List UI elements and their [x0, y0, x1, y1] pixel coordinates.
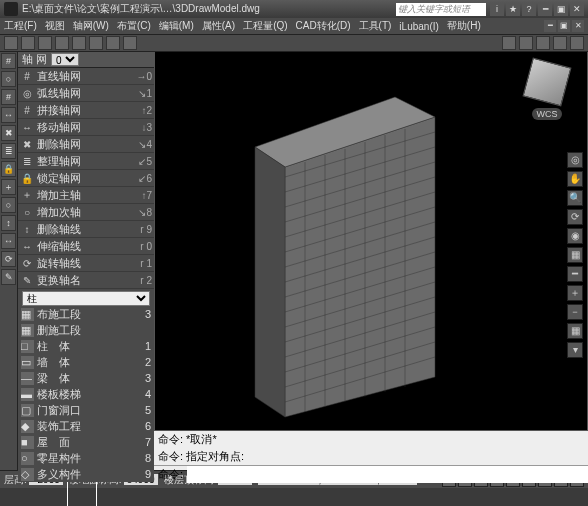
axis-tool-key: ↘1	[134, 88, 152, 99]
plus-icon[interactable]: ＋	[567, 285, 583, 301]
grid-icon[interactable]: ▦	[567, 323, 583, 339]
category-row[interactable]: □柱 体1	[18, 338, 154, 354]
strip-icon[interactable]: ⟳	[1, 251, 16, 267]
category-row[interactable]: —梁 体3	[18, 370, 154, 386]
strip-icon[interactable]: ✖	[1, 125, 16, 141]
wcs-label[interactable]: WCS	[532, 108, 562, 120]
axis-tool-key: ↑7	[134, 190, 152, 201]
star-button[interactable]: ★	[506, 3, 520, 16]
category-row[interactable]: ▢门窗洞口5	[18, 402, 154, 418]
command-input[interactable]	[187, 466, 588, 483]
nav-wheel-icon[interactable]: ◎	[567, 152, 583, 168]
side-header-select[interactable]: 0	[51, 53, 79, 66]
axis-tool-row[interactable]: 🔒锁定轴网↙6	[18, 170, 154, 187]
strip-icon[interactable]: #	[1, 89, 16, 105]
axis-tool-icon: ≣	[20, 154, 34, 168]
menu-axis[interactable]: 轴网(W)	[73, 19, 109, 33]
help-search-input[interactable]: 键入关键字或短语	[396, 3, 486, 16]
category-row[interactable]: ▦删施工段	[18, 322, 154, 338]
drawing-canvas[interactable]: WCS ◎ ✋ 🔍 ⟳ ◉ ▦ ━ ＋ － ▦ ▾	[154, 52, 588, 430]
strip-icon[interactable]: 🔒	[1, 161, 16, 177]
strip-icon[interactable]: ✎	[1, 269, 16, 285]
menu-edit[interactable]: 编辑(M)	[159, 19, 194, 33]
strip-icon[interactable]: #	[1, 53, 16, 69]
close-button[interactable]: ✕	[570, 3, 584, 16]
axis-tool-row[interactable]: ◎弧线轴网↘1	[18, 85, 154, 102]
axis-tool-row[interactable]: ↕删除轴线r 9	[18, 221, 154, 238]
orbit-icon[interactable]: ⟳	[567, 209, 583, 225]
menu-view[interactable]: 视图	[45, 19, 65, 33]
tool-undo[interactable]	[55, 36, 69, 50]
tool-open[interactable]	[21, 36, 35, 50]
strip-icon[interactable]: ≣	[1, 143, 16, 159]
axis-tool-row[interactable]: ↔伸缩轴线r 0	[18, 238, 154, 255]
strip-icon[interactable]: ↔	[1, 233, 16, 249]
axis-tool-row[interactable]: ＋增加主轴↑7	[18, 187, 154, 204]
category-row[interactable]: ▭墙 体2	[18, 354, 154, 370]
zoom-icon[interactable]: 🔍	[567, 190, 583, 206]
axis-tool-row[interactable]: ⟳旋转轴线r 1	[18, 255, 154, 272]
steering-icon[interactable]: ◉	[567, 228, 583, 244]
strip-icon[interactable]: ○	[1, 71, 16, 87]
menu-file[interactable]: 工程(F)	[4, 19, 37, 33]
mdi-minimize-button[interactable]: ━	[544, 20, 556, 32]
axis-tool-row[interactable]: ✎更换轴名r 2	[18, 272, 154, 289]
axis-tool-icon: ✖	[20, 137, 34, 151]
category-key: 3	[145, 372, 151, 384]
tool-pan[interactable]	[106, 36, 120, 50]
mdi-close-button[interactable]: ✕	[572, 20, 584, 32]
building-model	[245, 77, 475, 427]
tool-new[interactable]	[4, 36, 18, 50]
help-button[interactable]: ?	[522, 3, 536, 16]
dash-icon[interactable]: ━	[567, 266, 583, 282]
category-key: 7	[145, 436, 151, 448]
showmotion-icon[interactable]: ▦	[567, 247, 583, 263]
menu-layout[interactable]: 布置(C)	[117, 19, 151, 33]
strip-icon[interactable]: ○	[1, 197, 16, 213]
pan-icon[interactable]: ✋	[567, 171, 583, 187]
axis-tool-label: 弧线轴网	[37, 86, 131, 101]
axis-tool-row[interactable]: #直线轴网→0	[18, 68, 154, 85]
category-key: 5	[145, 404, 151, 416]
strip-icon[interactable]: ↔	[1, 107, 16, 123]
category-row[interactable]: ◇多义构件9	[18, 466, 154, 482]
axis-tool-row[interactable]: ○增加次轴↘8	[18, 204, 154, 221]
strip-icon[interactable]: ＋	[1, 179, 16, 195]
tool-b[interactable]	[519, 36, 533, 50]
category-row[interactable]: ▬楼板楼梯4	[18, 386, 154, 402]
tool-zoom[interactable]	[89, 36, 103, 50]
menu-iluban[interactable]: iLuban(I)	[399, 21, 438, 32]
category-row[interactable]: ○零星构件8	[18, 450, 154, 466]
down-icon[interactable]: ▾	[567, 342, 583, 358]
axis-tool-row[interactable]: ≣整理轴网↙5	[18, 153, 154, 170]
strip-icon[interactable]: ↕	[1, 215, 16, 231]
menu-cad[interactable]: CAD转化(D)	[296, 19, 351, 33]
view-cube[interactable]: WCS	[517, 62, 577, 142]
tool-c[interactable]	[536, 36, 550, 50]
axis-tool-row[interactable]: #拼接轴网↑2	[18, 102, 154, 119]
menu-tool[interactable]: 工具(T)	[359, 19, 392, 33]
category-row[interactable]: ▦布施工段3	[18, 306, 154, 322]
tool-a[interactable]	[502, 36, 516, 50]
info-button[interactable]: i	[490, 3, 504, 16]
menu-help[interactable]: 帮助(H)	[447, 19, 481, 33]
tool-save[interactable]	[38, 36, 52, 50]
maximize-button[interactable]: ▣	[554, 3, 568, 16]
axis-tool-row[interactable]: ↔移动轴网↓3	[18, 119, 154, 136]
command-area: 命令: *取消* 命令: 指定对角点: 命令:	[154, 430, 588, 470]
tool-e[interactable]	[570, 36, 584, 50]
column-type-select[interactable]: 柱	[22, 291, 150, 306]
menu-attr[interactable]: 属性(A)	[202, 19, 235, 33]
mdi-restore-button[interactable]: ▣	[558, 20, 570, 32]
category-row[interactable]: ■屋 面7	[18, 434, 154, 450]
category-row[interactable]: ◆装饰工程6	[18, 418, 154, 434]
tool-redo[interactable]	[72, 36, 86, 50]
category-icon: ▭	[21, 356, 34, 369]
minus-icon[interactable]: －	[567, 304, 583, 320]
tool-layer[interactable]	[123, 36, 137, 50]
menu-qty[interactable]: 工程量(Q)	[243, 19, 287, 33]
tool-d[interactable]	[553, 36, 567, 50]
axis-tool-icon: ✎	[20, 273, 34, 287]
minimize-button[interactable]: ━	[538, 3, 552, 16]
axis-tool-row[interactable]: ✖删除轴网↘4	[18, 136, 154, 153]
